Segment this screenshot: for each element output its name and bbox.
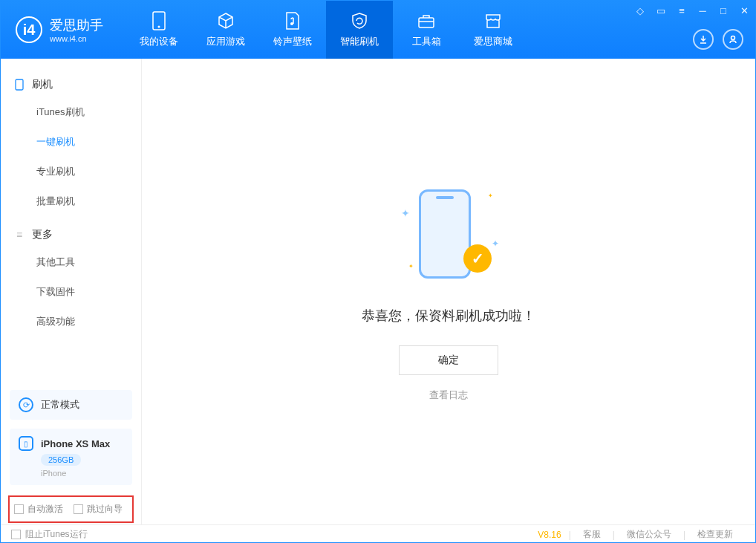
tab-toolbox[interactable]: 工具箱 <box>393 1 460 59</box>
app-logo-icon: i4 <box>16 16 42 43</box>
svg-rect-5 <box>16 79 23 90</box>
sidebar-item-itunes-flash[interactable]: iTunes刷机 <box>1 97 141 127</box>
list-icon: ≡ <box>14 230 25 240</box>
maximize-button[interactable]: □ <box>717 4 730 17</box>
view-log-link[interactable]: 查看日志 <box>429 388 468 402</box>
sidebar-item-pro-flash[interactable]: 专业刷机 <box>1 157 141 186</box>
sidebar-section-more: ≡ 更多 <box>1 222 141 247</box>
success-message: 恭喜您，保资料刷机成功啦！ <box>362 307 535 325</box>
toolbox-icon <box>417 11 436 30</box>
minimize-button[interactable]: ─ <box>696 4 709 17</box>
download-button[interactable] <box>693 29 714 50</box>
svg-point-4 <box>731 36 735 40</box>
app-title: 爱思助手 <box>50 16 103 34</box>
music-file-icon <box>283 11 302 30</box>
cube-icon <box>216 11 235 30</box>
user-button[interactable] <box>723 29 743 50</box>
skin-icon[interactable]: ◇ <box>633 4 647 17</box>
menu-icon[interactable]: ≡ <box>675 4 688 17</box>
sparkle-icon: ✦ <box>488 192 493 199</box>
sparkle-icon: ✦ <box>408 263 414 270</box>
footer-link-wechat[interactable]: 微信公众号 <box>615 528 683 541</box>
footer-link-support[interactable]: 客服 <box>571 528 613 541</box>
footer-link-update[interactable]: 检查更新 <box>685 528 745 541</box>
ok-button[interactable]: 确定 <box>399 345 498 375</box>
main-content: ✦ ✦ ✦ ✦ ✓ 恭喜您，保资料刷机成功啦！ 确定 查看日志 <box>142 59 755 524</box>
phone-outline-icon <box>14 79 25 90</box>
device-icon <box>149 11 169 30</box>
store-icon <box>483 11 503 30</box>
sparkle-icon: ✦ <box>401 207 410 219</box>
mode-icon: ⟳ <box>19 397 33 412</box>
app-subtitle: www.i4.cn <box>50 34 103 43</box>
device-storage-badge: 256GB <box>41 454 81 466</box>
checkbox-icon <box>74 504 83 514</box>
device-phone-icon: ▯ <box>19 436 33 451</box>
device-card[interactable]: ▯ iPhone XS Max 256GB iPhone <box>10 429 132 485</box>
checkbox-icon <box>14 504 24 514</box>
sidebar-item-oneclick-flash[interactable]: 一键刷机 <box>1 127 141 157</box>
feedback-icon[interactable]: ▭ <box>654 4 668 17</box>
nav-tabs: 我的设备 应用游戏 铃声壁纸 智能刷机 工具箱 爱思商城 <box>126 1 527 59</box>
checkbox-row-highlighted: 自动激活 跳过向导 <box>8 495 134 523</box>
app-header: i4 爱思助手 www.i4.cn 我的设备 应用游戏 铃声壁纸 智能刷机 工具… <box>1 1 755 59</box>
svg-point-2 <box>290 22 293 25</box>
phone-illustration <box>419 189 471 279</box>
tab-smart-flash[interactable]: 智能刷机 <box>326 1 393 59</box>
sparkle-icon: ✦ <box>492 238 499 249</box>
close-button[interactable]: ✕ <box>737 4 751 17</box>
checkbox-skip-wizard[interactable]: 跳过向导 <box>74 503 123 516</box>
status-bar: 阻止iTunes运行 V8.16 | 客服 | 微信公众号 | 检查更新 <box>1 524 755 543</box>
tab-ringtone-wallpaper[interactable]: 铃声壁纸 <box>259 1 326 59</box>
logo-area: i4 爱思助手 www.i4.cn <box>1 16 118 43</box>
svg-point-1 <box>158 26 160 28</box>
success-illustration: ✦ ✦ ✦ ✦ ✓ <box>397 182 501 286</box>
sidebar-item-download-firmware[interactable]: 下载固件 <box>1 277 141 307</box>
checkmark-badge-icon: ✓ <box>463 244 492 273</box>
sidebar-item-batch-flash[interactable]: 批量刷机 <box>1 186 141 216</box>
sidebar: 刷机 iTunes刷机 一键刷机 专业刷机 批量刷机 ≡ 更多 其他工具 下载固… <box>1 59 142 524</box>
tab-apps-games[interactable]: 应用游戏 <box>192 1 259 59</box>
checkbox-auto-activate[interactable]: 自动激活 <box>14 503 63 516</box>
mode-label: 正常模式 <box>41 398 79 412</box>
version-label: V8.16 <box>538 530 561 540</box>
tab-my-device[interactable]: 我的设备 <box>126 1 192 59</box>
sidebar-item-other-tools[interactable]: 其他工具 <box>1 247 141 277</box>
sidebar-section-flash: 刷机 <box>1 72 141 97</box>
checkbox-block-itunes[interactable]: 阻止iTunes运行 <box>11 528 88 541</box>
sidebar-item-advanced[interactable]: 高级功能 <box>1 307 141 336</box>
shield-refresh-icon <box>350 11 369 30</box>
device-name: iPhone XS Max <box>41 438 110 449</box>
svg-rect-3 <box>419 18 434 27</box>
checkbox-icon <box>11 530 21 539</box>
device-type: iPhone <box>41 469 123 478</box>
tab-store[interactable]: 爱思商城 <box>460 1 527 59</box>
mode-card[interactable]: ⟳ 正常模式 <box>10 390 132 420</box>
